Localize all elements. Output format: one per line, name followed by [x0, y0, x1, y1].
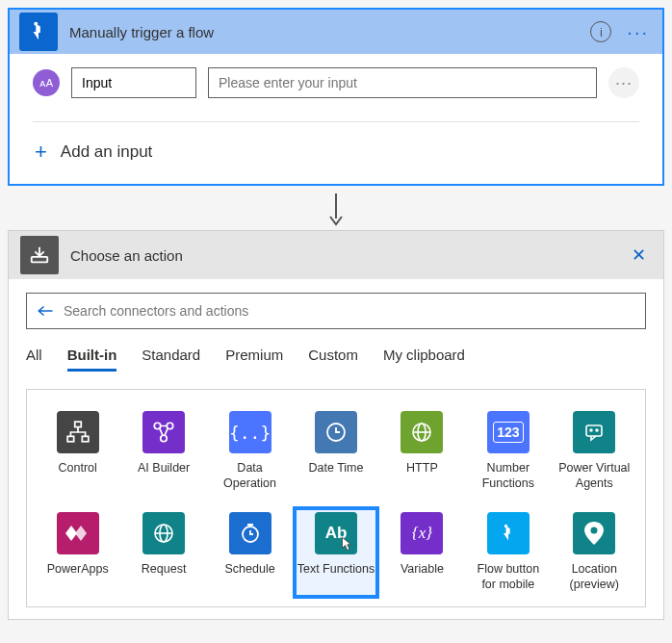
- svg-rect-6: [82, 436, 89, 441]
- schedule-icon: [229, 512, 271, 554]
- tab-standard[interactable]: Standard: [142, 347, 200, 372]
- svg-point-14: [590, 429, 592, 431]
- powerapps-icon: [57, 512, 99, 554]
- search-input[interactable]: [64, 303, 635, 319]
- variable-icon: {x}: [401, 512, 443, 554]
- connector-number-functions[interactable]: 123 Number Functions: [467, 407, 550, 495]
- connector-date-time[interactable]: Date Time: [295, 407, 377, 495]
- power-virtual-agents-icon: [573, 411, 615, 453]
- text-type-icon: ᴀA: [33, 69, 60, 96]
- search-box[interactable]: [26, 293, 646, 329]
- add-input-label: Add an input: [61, 142, 152, 162]
- connector-control[interactable]: Control: [37, 407, 119, 495]
- action-card: Choose an action ✕ All Built-in Standard…: [8, 230, 664, 620]
- info-icon[interactable]: i: [590, 21, 611, 42]
- connector-grid: Control AI Builder {..} Data O: [35, 407, 637, 597]
- close-icon[interactable]: ✕: [625, 244, 652, 266]
- connector-label: Number Functions: [469, 461, 548, 491]
- trigger-more-button[interactable]: ···: [623, 21, 653, 43]
- svg-point-19: [504, 525, 507, 527]
- trigger-title: Manually trigger a flow: [69, 24, 590, 40]
- tab-custom[interactable]: Custom: [308, 347, 358, 372]
- svg-rect-4: [74, 422, 81, 426]
- connector-ai-builder[interactable]: AI Builder: [122, 407, 205, 495]
- data-operation-icon: {..}: [229, 411, 271, 453]
- connector-label: AI Builder: [138, 461, 190, 476]
- text-functions-icon: Ab: [315, 512, 357, 554]
- svg-point-20: [591, 527, 598, 534]
- svg-rect-2: [32, 257, 48, 263]
- connector-label: Request: [142, 562, 187, 578]
- add-input-button[interactable]: + Add an input: [33, 136, 639, 176]
- connector-label: Variable: [401, 562, 444, 578]
- tab-my-clipboard[interactable]: My clipboard: [383, 347, 465, 372]
- svg-point-0: [34, 22, 38, 26]
- svg-point-9: [161, 435, 168, 442]
- connector-location-preview[interactable]: Location (preview): [553, 508, 635, 596]
- plus-icon: +: [35, 140, 47, 165]
- connector-label: Date Time: [309, 461, 364, 476]
- input-name-field[interactable]: [71, 67, 196, 98]
- trigger-card: Manually trigger a flow i ··· ᴀA ··· + A…: [8, 8, 664, 186]
- flow-button-mobile-icon: [487, 512, 530, 554]
- connector-label: Data Operation: [211, 461, 290, 491]
- connector-schedule[interactable]: Schedule: [209, 508, 292, 596]
- svg-rect-5: [67, 436, 74, 441]
- connector-powerapps[interactable]: PowerApps: [37, 508, 119, 596]
- ai-builder-icon: [142, 411, 185, 453]
- connector-power-virtual-agents[interactable]: Power Virtual Agents: [553, 407, 635, 495]
- connector-text-functions[interactable]: Ab Text Functions: [295, 508, 377, 596]
- category-tabs: All Built-in Standard Premium Custom My …: [26, 347, 646, 372]
- connector-label: Location (preview): [555, 562, 633, 592]
- connector-label: HTTP: [406, 461, 438, 476]
- connector-label: Control: [59, 461, 97, 476]
- tab-premium[interactable]: Premium: [225, 347, 283, 372]
- connector-panel: Control AI Builder {..} Data O: [26, 389, 646, 607]
- action-title: Choose an action: [70, 247, 625, 264]
- trigger-header: Manually trigger a flow i ···: [10, 10, 662, 54]
- action-header: Choose an action ✕: [9, 231, 663, 279]
- trigger-icon: [19, 13, 58, 51]
- input-row: ᴀA ···: [33, 67, 639, 98]
- flow-arrow: [8, 190, 664, 230]
- back-arrow-icon: [37, 303, 54, 319]
- input-row-more-button[interactable]: ···: [608, 67, 639, 98]
- connector-label: PowerApps: [47, 562, 109, 578]
- connector-http[interactable]: HTTP: [380, 407, 463, 495]
- connector-request[interactable]: Request: [122, 508, 205, 596]
- divider: [33, 121, 639, 122]
- trigger-body: ᴀA ··· + Add an input: [10, 54, 662, 184]
- connector-data-operation[interactable]: {..} Data Operation: [209, 407, 292, 495]
- action-body: All Built-in Standard Premium Custom My …: [9, 279, 663, 619]
- svg-rect-13: [586, 425, 602, 436]
- tab-built-in[interactable]: Built-in: [67, 347, 117, 372]
- connector-label: Text Functions: [297, 562, 375, 578]
- connector-variable[interactable]: {x} Variable: [380, 508, 463, 596]
- input-value-field[interactable]: [208, 67, 597, 98]
- location-icon: [573, 512, 615, 554]
- number-functions-icon: 123: [487, 411, 530, 453]
- date-time-icon: [315, 411, 357, 453]
- connector-label: Power Virtual Agents: [555, 461, 633, 491]
- control-icon: [57, 411, 99, 453]
- connector-label: Schedule: [225, 562, 275, 578]
- connector-flow-button-mobile[interactable]: Flow button for mobile: [467, 508, 550, 596]
- svg-point-15: [596, 429, 598, 431]
- connector-label: Flow button for mobile: [469, 562, 548, 592]
- http-icon: [401, 411, 443, 453]
- action-icon: [20, 236, 59, 274]
- request-icon: [142, 512, 185, 554]
- tab-all[interactable]: All: [26, 347, 42, 372]
